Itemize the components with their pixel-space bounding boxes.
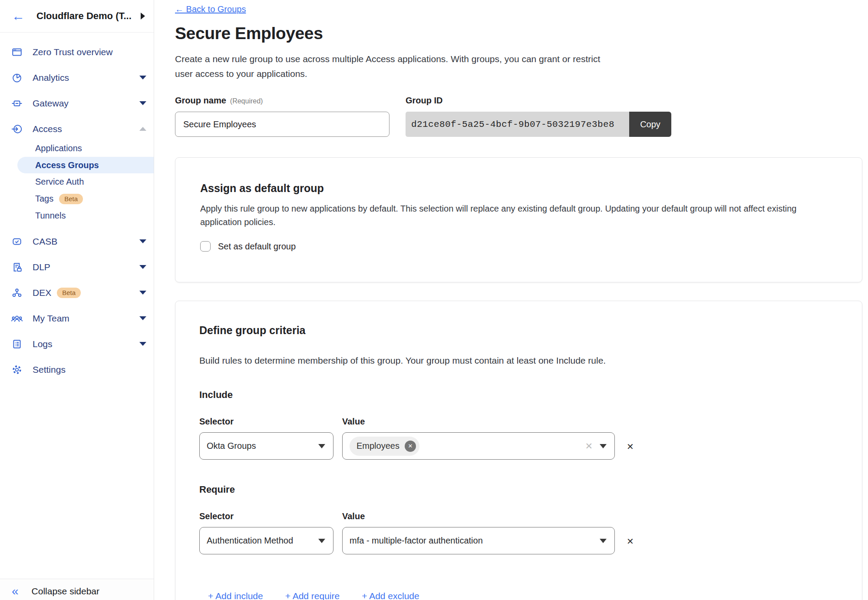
sidebar-item-gateway[interactable]: Gateway bbox=[0, 90, 154, 116]
chevron-down-icon[interactable] bbox=[139, 239, 146, 243]
sidebar-item-tags[interactable]: Tags Beta bbox=[0, 190, 154, 207]
document-lock-icon bbox=[11, 261, 23, 273]
team-icon bbox=[11, 312, 23, 325]
gateway-icon bbox=[11, 97, 23, 109]
group-name-input[interactable] bbox=[175, 112, 389, 137]
include-selector-dropdown[interactable]: Okta Groups bbox=[199, 432, 333, 460]
sidebar-item-label: Settings bbox=[33, 365, 66, 375]
casb-icon bbox=[11, 235, 23, 248]
caret-down-icon bbox=[318, 539, 325, 543]
sidebar-nav: Zero Trust overview Analytics bbox=[0, 33, 154, 382]
include-section-title: Include bbox=[199, 389, 836, 401]
sidebar-item-applications[interactable]: Applications bbox=[0, 140, 154, 157]
sidebar: ← Cloudflare Demo (T... Zero Trust overv… bbox=[0, 0, 154, 600]
chevron-down-icon[interactable] bbox=[139, 316, 146, 320]
remove-require-rule-icon[interactable]: ✕ bbox=[627, 536, 634, 547]
beta-badge: Beta bbox=[57, 288, 81, 298]
sidebar-header: ← Cloudflare Demo (T... bbox=[0, 0, 154, 33]
account-title[interactable]: Cloudflare Demo (T... bbox=[36, 10, 137, 22]
remove-include-rule-icon[interactable]: ✕ bbox=[627, 441, 634, 452]
add-exclude-link[interactable]: + Add exclude bbox=[362, 591, 419, 600]
sidebar-item-access-groups[interactable]: Access Groups bbox=[17, 157, 154, 173]
sidebar-item-service-auth[interactable]: Service Auth bbox=[0, 173, 154, 190]
page-title: Secure Employees bbox=[175, 24, 862, 43]
sidebar-item-zero-trust-overview[interactable]: Zero Trust overview bbox=[0, 39, 154, 65]
criteria-card-title: Define group criteria bbox=[199, 324, 836, 337]
network-nodes-icon bbox=[11, 287, 23, 299]
require-selector-label: Selector bbox=[199, 511, 333, 521]
caret-down-icon bbox=[600, 539, 607, 543]
clear-icon[interactable]: ✕ bbox=[585, 441, 593, 451]
remove-tag-icon[interactable]: ✕ bbox=[405, 441, 416, 452]
require-value-dropdown[interactable]: mfa - multiple-factor authentication bbox=[342, 527, 615, 554]
back-arrow-icon[interactable]: ← bbox=[12, 10, 25, 23]
chevron-down-icon[interactable] bbox=[139, 291, 146, 295]
collapse-sidebar-button[interactable]: « Collapse sidebar bbox=[0, 579, 154, 600]
set-default-checkbox[interactable] bbox=[200, 241, 211, 252]
add-include-link[interactable]: + Add include bbox=[208, 591, 263, 600]
group-id-value: d21ce80f-5a25-4bcf-9b07-5032197e3be8 bbox=[406, 112, 629, 137]
sidebar-item-casb[interactable]: CASB bbox=[0, 229, 154, 254]
chevron-right-icon[interactable] bbox=[141, 13, 145, 20]
sidebar-item-label: Analytics bbox=[33, 73, 69, 83]
copy-button[interactable]: Copy bbox=[629, 112, 671, 137]
sidebar-item-label: My Team bbox=[33, 313, 69, 324]
group-name-label: Group name bbox=[175, 96, 226, 106]
group-identity-row: Group name (Required) Group ID d21ce80f-… bbox=[175, 96, 862, 137]
require-value-label: Value bbox=[342, 511, 615, 521]
default-group-card: Assign as default group Apply this rule … bbox=[175, 157, 862, 282]
sidebar-item-label: CASB bbox=[33, 236, 57, 247]
include-value-multiselect[interactable]: Employees ✕ ✕ bbox=[342, 432, 615, 460]
sidebar-item-label: DLP bbox=[33, 262, 50, 272]
include-selector-value: Okta Groups bbox=[207, 441, 256, 451]
sidebar-item-logs[interactable]: Logs bbox=[0, 331, 154, 357]
required-hint: (Required) bbox=[230, 97, 263, 105]
chevron-down-icon[interactable] bbox=[139, 342, 146, 346]
collapse-label: Collapse sidebar bbox=[32, 586, 99, 597]
sidebar-item-dex[interactable]: DEX Beta bbox=[0, 280, 154, 305]
main-content: ← Back to Groups Secure Employees Create… bbox=[154, 0, 868, 600]
sidebar-item-label: Access Groups bbox=[35, 160, 99, 170]
caret-down-icon bbox=[318, 444, 325, 448]
include-rule-row: Selector Okta Groups Value Employees ✕ ✕ bbox=[199, 417, 836, 460]
default-group-checkbox-row: Set as default group bbox=[200, 241, 836, 252]
sidebar-item-label: DEX bbox=[33, 288, 51, 298]
sidebar-item-access[interactable]: Access bbox=[0, 116, 154, 142]
chevron-up-icon[interactable] bbox=[139, 127, 146, 131]
require-section-title: Require bbox=[199, 484, 836, 495]
sidebar-item-label: Applications bbox=[35, 143, 82, 153]
chevron-down-icon[interactable] bbox=[139, 265, 146, 269]
access-icon bbox=[11, 123, 23, 135]
sidebar-item-analytics[interactable]: Analytics bbox=[0, 65, 154, 90]
default-group-card-description: Apply this rule group to new application… bbox=[200, 202, 836, 229]
app-window: ← Cloudflare Demo (T... Zero Trust overv… bbox=[0, 0, 868, 600]
group-name-field-block: Group name (Required) bbox=[175, 96, 389, 137]
sidebar-item-label: Tunnels bbox=[35, 211, 66, 221]
sidebar-item-dlp[interactable]: DLP bbox=[0, 254, 154, 280]
criteria-card: Define group criteria Build rules to det… bbox=[175, 301, 862, 600]
sidebar-item-my-team[interactable]: My Team bbox=[0, 305, 154, 331]
group-id-block: Group ID d21ce80f-5a25-4bcf-9b07-5032197… bbox=[406, 96, 671, 137]
sidebar-item-settings[interactable]: Settings bbox=[0, 357, 154, 382]
sidebar-item-label: Service Auth bbox=[35, 177, 84, 187]
require-selector-dropdown[interactable]: Authentication Method bbox=[199, 527, 333, 554]
add-require-link[interactable]: + Add require bbox=[285, 591, 340, 600]
gear-icon bbox=[11, 364, 23, 376]
access-submenu: Applications Access Groups Service Auth … bbox=[0, 140, 154, 224]
group-id-label: Group ID bbox=[406, 96, 443, 105]
sidebar-item-label: Gateway bbox=[33, 98, 69, 109]
require-selector-value: Authentication Method bbox=[207, 536, 293, 546]
collapse-icon: « bbox=[12, 585, 19, 597]
chevron-down-icon[interactable] bbox=[139, 76, 146, 80]
sidebar-item-tunnels[interactable]: Tunnels bbox=[0, 207, 154, 224]
beta-badge: Beta bbox=[59, 194, 83, 204]
sidebar-item-label: Logs bbox=[33, 339, 53, 349]
back-to-groups-link[interactable]: ← Back to Groups bbox=[175, 4, 246, 14]
chevron-down-icon[interactable] bbox=[139, 101, 146, 105]
logs-icon bbox=[11, 338, 23, 350]
pie-chart-icon bbox=[11, 72, 23, 84]
value-tag-label: Employees bbox=[356, 441, 399, 451]
sidebar-item-label: Access bbox=[33, 124, 62, 134]
default-group-card-title: Assign as default group bbox=[200, 182, 836, 195]
include-value-label: Value bbox=[342, 417, 615, 427]
